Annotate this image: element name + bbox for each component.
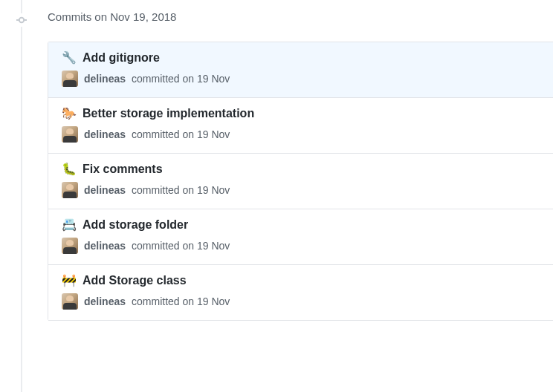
- commit-author-link[interactable]: delineas: [84, 295, 126, 307]
- svg-point-0: [19, 18, 24, 22]
- commit-list: 🔧Add gitignoredelineascommitted on 19 No…: [48, 42, 553, 321]
- commit-title-row: 📇Add storage folder: [62, 218, 541, 232]
- commit-title-link[interactable]: Add gitignore: [83, 51, 160, 65]
- commit-item[interactable]: 🐎Better storage implementationdelineasco…: [48, 98, 553, 154]
- commits-date-header: Commits on Nov 19, 2018: [48, 10, 176, 23]
- commit-emoji-icon: 🐎: [62, 108, 77, 120]
- commit-meta-text: committed on 19 Nov: [132, 128, 230, 140]
- commit-item[interactable]: 📇Add storage folderdelineascommitted on …: [48, 209, 553, 265]
- commit-author-link[interactable]: delineas: [84, 128, 126, 140]
- commit-author-link[interactable]: delineas: [84, 73, 126, 85]
- commit-author-link[interactable]: delineas: [84, 240, 126, 252]
- commit-title-link[interactable]: Fix comments: [83, 163, 163, 176]
- commit-title-row: 🐛Fix comments: [62, 163, 541, 176]
- avatar[interactable]: [62, 126, 78, 143]
- commit-meta-text: committed on 19 Nov: [132, 73, 230, 85]
- commit-emoji-icon: 🔧: [62, 52, 77, 64]
- commit-title-link[interactable]: Better storage implementation: [83, 107, 254, 120]
- commit-title-row: 🔧Add gitignore: [62, 51, 541, 65]
- avatar[interactable]: [62, 182, 78, 198]
- commit-item[interactable]: 🚧Add Storage classdelineascommitted on 1…: [48, 265, 553, 321]
- avatar[interactable]: [62, 293, 78, 310]
- commit-emoji-icon: 🚧: [62, 275, 77, 287]
- commit-meta-row: delineascommitted on 19 Nov: [62, 182, 541, 198]
- commit-title-row: 🚧Add Storage class: [62, 274, 541, 287]
- commit-node-icon: [15, 13, 28, 27]
- commit-item[interactable]: 🔧Add gitignoredelineascommitted on 19 No…: [48, 42, 553, 98]
- commit-meta-row: delineascommitted on 19 Nov: [62, 238, 541, 254]
- commit-meta-text: committed on 19 Nov: [132, 240, 230, 252]
- commit-meta-row: delineascommitted on 19 Nov: [62, 293, 541, 310]
- avatar[interactable]: [62, 71, 78, 87]
- commit-title-row: 🐎Better storage implementation: [62, 107, 541, 120]
- commit-meta-text: committed on 19 Nov: [132, 295, 230, 307]
- commit-title-link[interactable]: Add storage folder: [83, 218, 188, 232]
- commit-author-link[interactable]: delineas: [84, 184, 126, 196]
- commit-emoji-icon: 🐛: [62, 163, 77, 175]
- commit-emoji-icon: 📇: [62, 219, 77, 231]
- timeline-line: [21, 0, 22, 392]
- commit-title-link[interactable]: Add Storage class: [83, 274, 187, 287]
- commit-meta-row: delineascommitted on 19 Nov: [62, 126, 541, 143]
- avatar[interactable]: [62, 238, 78, 254]
- commit-meta-text: committed on 19 Nov: [132, 184, 230, 196]
- commit-item[interactable]: 🐛Fix commentsdelineascommitted on 19 Nov: [48, 154, 553, 209]
- commit-meta-row: delineascommitted on 19 Nov: [62, 71, 541, 87]
